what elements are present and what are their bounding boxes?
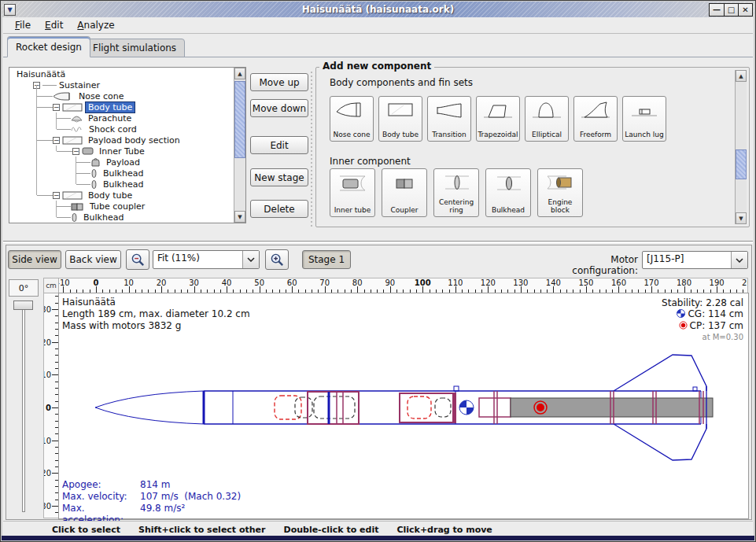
rotation-slider-track[interactable] [22,303,25,512]
ruler-tick [76,289,77,293]
ruler-tick [55,447,58,448]
ruler-tick [416,289,417,293]
component-button-body-tube[interactable]: Body tube [378,96,422,142]
tree-item-body-tube-2[interactable]: − Body tube [9,190,234,201]
tree-item-bulkhead[interactable]: Bulkhead [9,212,234,223]
tube-coupler-icon [71,202,84,211]
ruler-label: 80 [352,278,363,287]
maximize-button[interactable]: □ [724,4,738,16]
component-button-inner-tube[interactable]: Inner tube [330,168,375,217]
minimize-button[interactable]: — [710,4,724,16]
component-button-launch-lug[interactable]: Launch lug [622,96,666,142]
component-button-nose-cone[interactable]: Nose cone [330,96,374,142]
split-divider[interactable] [311,72,312,227]
side-view-button[interactable]: Side view [8,250,61,269]
tree-item-parachute[interactable]: Parachute [9,112,234,124]
motor-configuration-select[interactable]: [J115-P] [642,251,748,269]
tree-item-tube-coupler[interactable]: Tube coupler [9,201,234,212]
tree-item-nose-cone[interactable]: Nose cone [9,90,234,101]
component-button-elliptical[interactable]: Elliptical [525,96,569,142]
scrollbar-thumb[interactable] [234,81,245,158]
component-button-transition[interactable]: Transition [427,96,471,142]
chevron-down-icon[interactable] [731,252,747,268]
tree-item-shock-cord[interactable]: Shock cord [9,124,234,135]
tree-scrollbar[interactable]: ▲ ▼ [234,68,245,223]
ruler-tick [645,289,646,293]
window-menu-icon[interactable]: ▼ [4,4,16,16]
transition-icon [432,100,467,122]
component-button-centering-ring[interactable]: Centering ring [433,168,479,217]
ruler-tick [55,388,58,389]
scroll-up-arrow-icon[interactable]: ▲ [736,70,747,82]
tree-item-payload[interactable]: Payload [9,157,234,168]
ruler-tick [730,289,731,293]
menu-analyze[interactable]: Analyze [70,18,121,32]
chevron-down-icon[interactable] [242,251,259,268]
collapse-toggle[interactable]: − [53,192,60,199]
component-button-trapezoidal[interactable]: Trapezoidal [476,96,520,142]
ruler-label: 180 [677,278,691,287]
scroll-down-arrow-icon[interactable]: ▼ [234,211,245,223]
rotation-value[interactable]: 0° [9,279,39,297]
ruler-tick [55,492,58,493]
ruler-tick [55,512,58,513]
component-tree[interactable]: Haisunäätä − Sustainer Nose cone − Body … [9,67,246,223]
tab-flight-simulations[interactable]: Flight simulations [84,39,185,57]
ruler-tick [52,506,58,507]
scroll-up-arrow-icon[interactable]: ▲ [234,68,245,79]
ruler-tick [253,289,253,293]
menu-edit[interactable]: Edit [38,18,70,32]
menu-file[interactable]: File [8,18,38,32]
collapse-toggle[interactable]: − [53,137,60,144]
rocket-info: Haisunäätä Length 189 cm, max. diameter … [62,297,250,332]
engine-block-icon [543,172,577,193]
body-tube-icon [62,136,83,145]
titlebar[interactable]: ▼ Haisunäätä (haisunaata.ork) — □ ✕ [2,2,754,17]
component-button-engine-block[interactable]: Engine block [537,168,583,217]
component-button-bulkhead[interactable]: Bulkhead [485,168,531,217]
scrollbar-thumb[interactable] [736,149,747,179]
move-down-button[interactable]: Move down [250,99,308,117]
back-view-button[interactable]: Back view [65,250,121,269]
new-stage-button[interactable]: New stage [250,168,308,186]
ruler-tick [102,289,103,293]
ruler-tick [168,289,168,293]
ruler-tick [55,368,58,369]
component-button-coupler[interactable]: Coupler [382,168,427,217]
tree-item-payload-body-section[interactable]: − Payload body section [9,135,234,146]
cp-icon [679,321,688,332]
shock-cord-icon [71,125,83,133]
ruler-tick [246,289,247,293]
tree-item-sustainer[interactable]: − Sustainer [9,79,234,90]
delete-button[interactable]: Delete [250,200,308,218]
collapse-toggle[interactable]: − [53,104,60,111]
ruler-label: 200 [742,278,748,287]
scroll-down-arrow-icon[interactable]: ▼ [736,212,747,224]
tree-item-rocket[interactable]: Haisunäätä [9,68,234,79]
tab-rocket-design[interactable]: Rocket design [7,36,90,57]
collapse-toggle[interactable]: − [72,148,79,155]
vertical-ruler: -30-20-100102030 [43,293,59,518]
ruler-tick [377,289,378,293]
ruler-tick [55,362,58,363]
rotation-slider-handle[interactable] [13,300,33,310]
zoom-out-button[interactable] [126,249,149,270]
move-up-button[interactable]: Move up [250,73,308,91]
close-button[interactable]: ✕ [738,4,752,16]
zoom-in-button[interactable] [265,249,289,270]
ruler-tick [436,289,437,293]
horizontal-divider[interactable] [3,241,753,243]
tree-item-inner-tube[interactable]: − Inner Tube [9,146,234,157]
ruler-tick [475,289,476,293]
component-scrollbar[interactable]: ▲ ▼ [735,70,747,224]
stage-1-toggle[interactable]: Stage 1 [302,250,351,269]
ruler-tick [155,289,156,293]
tree-item-bulkhead[interactable]: Bulkhead [9,168,234,179]
zoom-select[interactable]: Fit (11%) [153,250,260,269]
edit-button[interactable]: Edit [250,136,308,154]
rocket-figure-canvas[interactable]: Haisunäätä Length 189 cm, max. diameter … [59,293,748,518]
tree-item-bulkhead[interactable]: Bulkhead [9,179,234,190]
ruler-tick [55,315,58,316]
component-button-freeform[interactable]: Freeform [573,96,618,142]
tree-item-body-tube[interactable]: − Body tube [9,101,234,112]
